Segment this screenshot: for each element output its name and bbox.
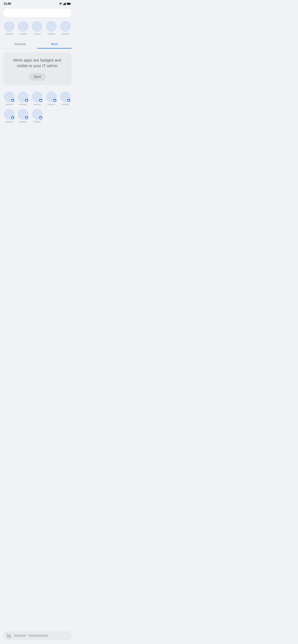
svg-marker-1	[64, 3, 65, 5]
shortcut-label	[34, 33, 41, 35]
svg-rect-12	[26, 117, 28, 118]
work-app-item[interactable]	[16, 109, 30, 122]
status-icons	[59, 2, 71, 5]
shortcut-circle	[32, 21, 43, 32]
work-app-item[interactable]	[16, 92, 30, 105]
app-label	[6, 104, 13, 105]
work-badge-icon	[53, 98, 57, 102]
svg-rect-10	[68, 100, 70, 101]
app-label	[34, 104, 41, 105]
work-app-item[interactable]	[44, 92, 58, 105]
shortcut-item	[32, 21, 43, 35]
shortcut-label	[62, 33, 69, 35]
shortcut-label	[48, 33, 55, 35]
app-icon-wrapper	[32, 109, 43, 120]
work-app-item[interactable]	[30, 92, 44, 105]
svg-rect-4	[67, 3, 70, 4]
shortcut-circle	[46, 21, 57, 32]
app-icon-wrapper	[60, 92, 71, 102]
signal-icon	[63, 2, 66, 5]
svg-rect-9	[54, 100, 56, 101]
app-label	[19, 121, 27, 122]
work-apps-row-1	[2, 92, 72, 105]
work-app-item[interactable]	[2, 109, 16, 122]
app-label	[62, 104, 69, 105]
shortcut-item	[4, 21, 15, 35]
app-label	[34, 121, 41, 122]
work-apps-grid	[0, 88, 75, 129]
tabs-container: Personal Work	[3, 40, 72, 48]
app-label	[19, 104, 27, 105]
work-apps-row-2	[2, 109, 72, 122]
svg-rect-6	[12, 100, 14, 101]
work-badge-icon	[11, 98, 15, 102]
app-icon-wrapper	[18, 92, 29, 102]
shortcut-circle	[4, 21, 15, 32]
app-icon-wrapper	[4, 109, 15, 120]
shortcut-label	[19, 33, 27, 35]
work-badge-icon	[67, 98, 71, 102]
shortcut-item	[18, 21, 29, 35]
tab-personal[interactable]: Personal	[3, 40, 37, 48]
battery-icon	[67, 3, 71, 5]
svg-marker-0	[63, 4, 64, 5]
shortcut-label	[6, 33, 13, 35]
shortcut-item	[60, 21, 71, 35]
svg-rect-7	[26, 100, 28, 101]
got-it-button[interactable]: Got it	[29, 73, 46, 81]
app-icon-wrapper	[32, 92, 43, 102]
status-time: 11:00	[4, 2, 11, 6]
svg-rect-8	[40, 100, 42, 101]
info-card-text: Work apps are badged and visible to your…	[7, 58, 67, 69]
app-icon-wrapper	[46, 92, 57, 102]
svg-rect-13	[40, 117, 42, 118]
tab-work[interactable]: Work	[37, 40, 72, 48]
app-label	[48, 104, 55, 105]
status-bar: 11:00	[0, 0, 75, 7]
shortcuts-row	[0, 21, 75, 35]
work-badge-icon	[25, 116, 29, 120]
shortcut-item	[46, 21, 57, 35]
work-app-item[interactable]	[30, 109, 44, 122]
svg-rect-5	[71, 4, 71, 4]
wifi-icon	[59, 2, 62, 5]
app-icon-wrapper	[4, 92, 15, 102]
work-badge-icon	[39, 98, 43, 102]
work-badge-icon	[25, 98, 29, 102]
shortcut-circle	[60, 21, 71, 32]
search-bar[interactable]	[3, 9, 72, 17]
svg-rect-11	[12, 117, 14, 118]
work-app-item[interactable]	[2, 92, 16, 105]
work-app-item[interactable]	[58, 92, 72, 105]
app-label	[6, 121, 13, 122]
work-badge-icon	[39, 116, 43, 120]
app-icon-wrapper	[18, 109, 29, 120]
work-badge-icon	[11, 116, 15, 120]
svg-marker-2	[65, 2, 66, 5]
shortcut-circle	[18, 21, 29, 32]
info-card: Work apps are badged and visible to your…	[3, 52, 72, 85]
